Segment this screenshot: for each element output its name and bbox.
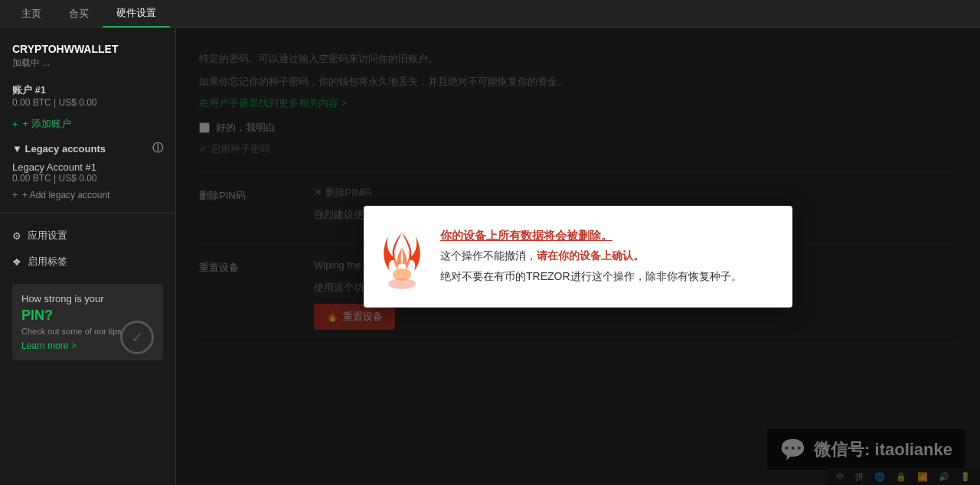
svg-point-1 [393,269,411,281]
wallet-subtitle: 加载中 ... [0,57,175,79]
account-name: 账户 #1 [12,83,163,97]
alert-line3: 绝对不要在有币的TREZOR进行这个操作，除非你有恢复种子。 [440,269,769,285]
alert-line2a: 这个操作不能撤消， [440,249,537,262]
legacy-account-name: Legacy Account #1 [12,161,163,173]
add-account-button[interactable]: + + 添加账户 [0,112,175,135]
alert-line1: 你的设备上所有数据将会被删除。 [440,229,769,243]
account-balance: 0.00 BTC | US$ 0.00 [12,97,163,108]
gear-icon: ⚙ [12,230,21,242]
nav-home[interactable]: 主页 [8,0,55,28]
legacy-section-header[interactable]: ▼ Legacy accounts ⓘ [0,135,175,158]
plus-icon: + [12,119,18,130]
add-account-label: + 添加账户 [23,117,71,131]
add-legacy-button[interactable]: + + Add legacy account [0,187,175,203]
main-layout: CRYPTOHWWALLET 加载中 ... 账户 #1 0.00 BTC | … [0,28,980,485]
wallet-title: CRYPTOHWWALLET [0,40,175,57]
checkmark-icon: ✓ [120,321,154,354]
alert-dialog: 你的设备上所有数据将会被删除。 这个操作不能撤消，请在你的设备上确认。 绝对不要… [364,206,792,308]
info-icon: ⓘ [152,142,163,155]
pin-card-title: How strong is your [21,293,154,304]
alert-line2: 这个操作不能撤消，请在你的设备上确认。 [440,248,769,264]
nav-group-buy[interactable]: 合买 [55,0,103,28]
alert-overlay: 你的设备上所有数据将会被删除。 这个操作不能撤消，请在你的设备上确认。 绝对不要… [176,28,980,485]
add-legacy-label: + Add legacy account [22,190,109,200]
content-area: 特定的密码。可以通过输入空密码来访问你的旧账户。 如果你忘记你的种子密码，你的钱… [176,28,980,485]
fire-alert-icon [379,229,425,275]
account-item[interactable]: 账户 #1 0.00 BTC | US$ 0.00 [0,79,175,112]
settings-item-app[interactable]: ⚙ 应用设置 [0,223,175,249]
sidebar: CRYPTOHWWALLET 加载中 ... 账户 #1 0.00 BTC | … [0,28,176,485]
settings-item-labels[interactable]: ❖ 启用标签 [0,249,175,275]
pin-card: How strong is your PIN? Check out some o… [12,284,163,360]
app-settings-label: 应用设置 [28,229,67,242]
nav-hardware-settings[interactable]: 硬件设置 [103,0,170,28]
alert-text-block: 你的设备上所有数据将会被删除。 这个操作不能撤消，请在你的设备上确认。 绝对不要… [440,229,769,285]
legacy-account-item[interactable]: Legacy Account #1 0.00 BTC | US$ 0.00 [0,158,175,187]
sidebar-divider [0,213,175,213]
plus-icon-legacy: + [12,190,18,200]
chevron-icon: ▼ [12,143,24,155]
labels-label: 启用标签 [28,255,67,269]
top-nav: 主页 合买 硬件设置 [0,0,980,28]
alert-line2b: 请在你的设备上确认。 [537,249,644,262]
legacy-section-label: ▼ Legacy accounts [12,143,106,155]
dropbox-icon: ❖ [12,256,21,268]
legacy-account-balance: 0.00 BTC | US$ 0.00 [12,173,163,184]
